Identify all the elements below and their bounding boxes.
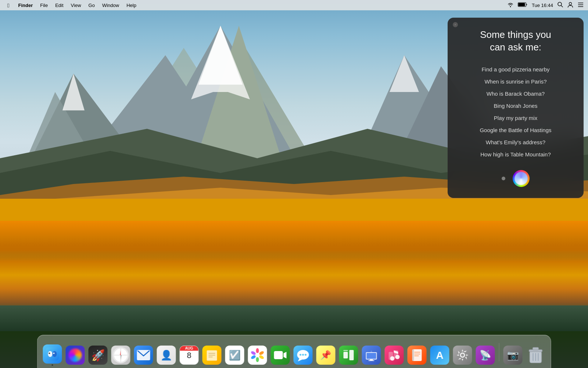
siri-suggestion-5[interactable]: Google the Battle of Hastings [480, 125, 551, 135]
siri-close-button[interactable]: × [453, 22, 458, 27]
dock-item-sysprefs[interactable] [452, 344, 473, 366]
dock-item-calendar[interactable]: AUG 8 [179, 344, 200, 366]
dock-item-stickies[interactable]: 📌 [315, 344, 337, 366]
file-menu[interactable]: File [37, 2, 51, 9]
dock-item-appstore[interactable]: A [429, 344, 451, 366]
menubar:  Finder File Edit View Go Window Help T… [0, 0, 588, 10]
dock-item-launchpad[interactable]: 🚀 [87, 344, 109, 366]
siri-suggestion-1[interactable]: When is sunrise in Paris? [484, 77, 546, 86]
svg-point-29 [53, 351, 57, 357]
svg-point-57 [300, 354, 301, 356]
svg-rect-41 [207, 350, 217, 361]
calendar-icon: AUG 8 [180, 346, 199, 365]
podcast-icon: 📡 [476, 346, 495, 365]
app-name-menu[interactable]: Finder [15, 2, 36, 9]
help-menu[interactable]: Help [123, 2, 139, 9]
svg-text:A: A [436, 350, 443, 361]
dock-item-contacts[interactable]: 👤 [156, 344, 177, 366]
svg-rect-67 [367, 353, 376, 359]
svg-point-58 [302, 354, 304, 356]
dock: 🚀 👤 A [37, 335, 551, 368]
notes-icon [202, 346, 222, 365]
siri-suggestion-4[interactable]: Play my party mix [494, 113, 537, 123]
view-menu[interactable]: View [68, 2, 84, 9]
dock-item-facetime[interactable] [270, 344, 291, 366]
dock-item-finder[interactable] [42, 344, 63, 366]
controlcenter-icon[interactable] [578, 2, 584, 8]
svg-point-33 [54, 353, 54, 353]
siri-suggestion-7[interactable]: How high is Table Mountain? [480, 150, 551, 159]
svg-rect-20 [518, 3, 525, 6]
svg-point-80 [461, 354, 464, 357]
appstore-icon: A [430, 346, 449, 365]
dock-item-imagecapture[interactable]: 📷 [502, 344, 524, 366]
messages-icon [294, 346, 313, 365]
finder-running-dot [52, 364, 53, 366]
svg-line-22 [561, 6, 563, 7]
dock-item-itunes[interactable] [384, 344, 405, 366]
svg-rect-60 [344, 352, 348, 358]
numbers-icon [339, 346, 358, 365]
siri-panel: × Some things youcan ask me: Find a good… [448, 18, 584, 198]
ibooks-icon [408, 346, 427, 365]
dock-item-trash[interactable] [525, 344, 546, 366]
svg-point-52 [255, 353, 260, 357]
battery-icon [518, 2, 527, 8]
dock-item-numbers[interactable] [338, 344, 359, 366]
svg-point-31 [53, 353, 55, 354]
siri-suggestion-3[interactable]: Bing Norah Jones [494, 101, 537, 110]
siri-mic-indicator [502, 177, 505, 180]
svg-rect-61 [349, 350, 354, 360]
finder-icon [43, 344, 62, 364]
siri-logo[interactable] [513, 170, 530, 187]
svg-rect-65 [369, 360, 374, 361]
dock-item-podcast[interactable]: 📡 [475, 344, 496, 366]
siri-suggestion-6[interactable]: What's Emily's address? [486, 138, 545, 147]
dock-item-notes[interactable] [201, 344, 223, 366]
imagecapture-icon: 📷 [503, 346, 523, 365]
contacts-icon: 👤 [157, 346, 176, 365]
spotlight-icon[interactable] [557, 2, 563, 8]
svg-point-23 [569, 2, 572, 5]
mail-icon [134, 346, 153, 365]
siri-title: Some things youcan ask me: [480, 29, 551, 54]
svg-point-32 [50, 353, 50, 353]
photos-icon [248, 346, 267, 365]
dock-item-mail[interactable] [133, 344, 154, 366]
stickies-icon: 📌 [316, 346, 336, 365]
dock-item-messages[interactable] [293, 344, 314, 366]
dock-item-ibooks[interactable] [406, 344, 428, 366]
dock-item-safari[interactable] [110, 344, 132, 366]
sysprefs-icon [453, 346, 472, 365]
reminders-icon: ☑️ [225, 346, 244, 365]
menubar-time: Tue 16:44 [532, 3, 553, 8]
dock-item-keynote[interactable] [361, 344, 382, 366]
itunes-icon [385, 346, 404, 365]
svg-rect-71 [389, 352, 393, 360]
safari-icon [111, 346, 130, 365]
svg-point-28 [48, 351, 53, 357]
siri-dock-icon [66, 346, 85, 365]
siri-suggestions-list: Find a good pizzeria nearby When is sunr… [459, 65, 573, 159]
dock-item-photos[interactable] [247, 344, 268, 366]
siri-suggestion-2[interactable]: Who is Barack Obama? [487, 89, 545, 98]
edit-menu[interactable]: Edit [52, 2, 66, 9]
trash-icon [526, 346, 545, 365]
dock-item-siri[interactable] [65, 344, 86, 366]
svg-point-59 [305, 354, 306, 356]
user-icon[interactable] [567, 2, 573, 9]
keynote-icon [362, 346, 381, 365]
apple-menu[interactable]:  [4, 1, 12, 9]
svg-rect-74 [412, 349, 414, 361]
go-menu[interactable]: Go [86, 2, 98, 9]
svg-marker-54 [284, 352, 287, 358]
svg-rect-83 [533, 347, 539, 350]
siri-suggestion-0[interactable]: Find a good pizzeria nearby [481, 65, 549, 74]
facetime-icon [271, 346, 290, 365]
svg-rect-62 [344, 350, 348, 351]
wifi-icon[interactable] [508, 2, 513, 8]
svg-rect-17 [0, 199, 588, 221]
window-menu[interactable]: Window [99, 2, 122, 9]
dock-item-reminders[interactable]: ☑️ [224, 344, 245, 366]
dock-separator [499, 343, 499, 361]
